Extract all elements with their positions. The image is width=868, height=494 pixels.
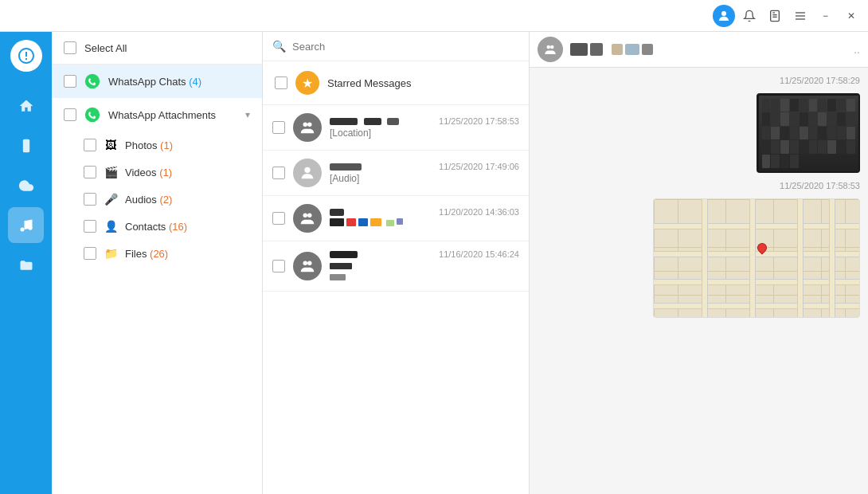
main-container: Select All WhatsApp Chats (4) WhatsApp A…: [0, 32, 868, 494]
chat2-time: 11/25/2020 17:49:06: [439, 162, 519, 171]
audios-icon: 🎤: [103, 191, 119, 207]
preview-dots: ..: [854, 43, 860, 56]
chat1-checkbox[interactable]: [272, 121, 285, 134]
preview-panel: .. 11/25/2020 17:58:29: [530, 32, 868, 494]
chat3-avatar: [293, 204, 322, 233]
svg-point-16: [304, 167, 310, 173]
map-pin-circle: [756, 241, 769, 255]
chat3-preview: [330, 218, 519, 229]
chat-item-3[interactable]: 11/20/2020 14:36:03: [263, 196, 529, 241]
nav-folder[interactable]: [8, 247, 44, 283]
map-road-v1: [702, 199, 708, 317]
toolbar-color1: [570, 43, 588, 56]
user-avatar[interactable]: [713, 5, 735, 27]
videos-label: Videos (1): [125, 167, 172, 178]
nav-cloud[interactable]: [8, 167, 44, 203]
contacts-checkbox[interactable]: [84, 220, 96, 233]
starred-checkbox[interactable]: [275, 76, 287, 89]
photos-label: Photos (1): [125, 139, 173, 151]
chat-list: 🔍 ★ Starred Messages 11/: [263, 32, 530, 494]
whatsapp-attachments-icon: [83, 105, 102, 124]
chat3-time: 11/20/2020 14:36:03: [439, 207, 519, 217]
toolbar-color2: [590, 43, 603, 56]
svg-point-18: [307, 214, 312, 218]
icon-sidebar: [0, 32, 52, 494]
chat2-avatar: [293, 159, 322, 187]
chat2-checkbox[interactable]: [272, 167, 285, 179]
svg-point-10: [20, 227, 24, 231]
minimize-button[interactable]: −: [818, 9, 833, 23]
search-bar: 🔍: [263, 32, 529, 61]
svg-point-11: [28, 225, 32, 229]
preview-timestamp-2: 11/25/2020 17:58:53: [780, 181, 860, 190]
select-all-row: Select All: [52, 32, 262, 65]
nav-home[interactable]: [8, 88, 44, 124]
titlebar: − ✕: [0, 0, 868, 32]
chat-item-4[interactable]: 11/16/2020 15:46:24: [263, 241, 529, 292]
chat4-avatar: [293, 252, 322, 280]
svg-point-19: [303, 261, 308, 266]
expand-icon[interactable]: ▾: [245, 109, 250, 120]
videos-icon: 🎬: [103, 164, 119, 180]
audios-checkbox[interactable]: [84, 193, 96, 206]
nav-music[interactable]: [8, 207, 44, 243]
starred-label: Starred Messages: [327, 77, 412, 89]
preview-avatar: [538, 37, 563, 62]
preview-laptop-image: [757, 93, 860, 173]
menu-icon[interactable]: [792, 8, 808, 24]
starred-messages-row[interactable]: ★ Starred Messages: [263, 61, 529, 105]
chat4-time: 11/16/2020 15:46:24: [439, 249, 519, 259]
chat1-avatar: [293, 113, 322, 142]
sidebar-sub-contacts[interactable]: 👤 Contacts (16): [52, 213, 262, 240]
sidebar-item-whatsapp-chats[interactable]: WhatsApp Chats (4): [52, 65, 262, 98]
chat3-info: 11/20/2020 14:36:03: [330, 207, 519, 229]
close-button[interactable]: ✕: [843, 9, 860, 23]
sidebar-sub-photos[interactable]: 🖼 Photos (1): [52, 131, 262, 159]
chat1-info: 11/25/2020 17:58:53 [Location]: [330, 116, 519, 139]
photos-checkbox[interactable]: [84, 139, 96, 151]
chat4-preview: [330, 261, 519, 283]
sidebar-sub-videos[interactable]: 🎬 Videos (1): [52, 159, 262, 186]
chat1-time: 11/25/2020 17:58:53: [439, 116, 519, 126]
select-all-label: Select All: [84, 42, 127, 54]
chat2-preview: [Audio]: [330, 173, 519, 184]
bell-icon[interactable]: [741, 8, 757, 24]
map-road-v4: [829, 199, 835, 317]
toolbar-color4: [625, 44, 639, 55]
chat-item-1[interactable]: 11/25/2020 17:58:53 [Location]: [263, 105, 529, 151]
nav-device[interactable]: [8, 127, 44, 163]
svg-point-21: [547, 45, 551, 49]
svg-point-12: [85, 74, 100, 88]
sidebar-item-whatsapp-attachments[interactable]: WhatsApp Attachments ▾: [52, 98, 262, 131]
contacts-icon: 👤: [103, 218, 119, 234]
select-all-checkbox[interactable]: [64, 41, 76, 54]
audios-label: Audios (2): [125, 194, 172, 206]
preview-map: [653, 198, 860, 318]
preview-timestamp-1: 11/25/2020 17:58:29: [780, 76, 860, 85]
titlebar-icons: − ✕: [741, 8, 860, 24]
app-logo[interactable]: [10, 40, 42, 72]
svg-point-14: [303, 123, 308, 127]
star-icon: ★: [295, 71, 319, 95]
videos-checkbox[interactable]: [84, 166, 96, 178]
whatsapp-attachments-checkbox[interactable]: [64, 108, 76, 121]
toolbar-color3: [612, 44, 623, 55]
svg-point-13: [85, 108, 100, 122]
contacts-label: Contacts (16): [125, 221, 187, 233]
chat-item-2[interactable]: 11/25/2020 17:49:06 [Audio]: [263, 151, 529, 196]
sidebar-sub-files[interactable]: 📁 Files (26): [52, 240, 262, 267]
sidebar-sub-audios[interactable]: 🎤 Audios (2): [52, 186, 262, 213]
search-input[interactable]: [292, 41, 519, 53]
search-icon: 🔍: [272, 40, 286, 53]
document-icon[interactable]: [767, 8, 783, 24]
preview-content: 11/25/2020 17:58:29: [530, 68, 868, 494]
photos-icon: 🖼: [103, 137, 119, 153]
map-road-v3: [797, 199, 803, 317]
content-sidebar: Select All WhatsApp Chats (4) WhatsApp A…: [52, 32, 263, 494]
chat1-preview: [Location]: [330, 127, 519, 139]
chat3-checkbox[interactable]: [272, 212, 285, 225]
svg-point-15: [307, 123, 312, 127]
chat4-checkbox[interactable]: [272, 260, 285, 272]
files-checkbox[interactable]: [84, 247, 96, 260]
whatsapp-chats-checkbox[interactable]: [64, 75, 76, 88]
